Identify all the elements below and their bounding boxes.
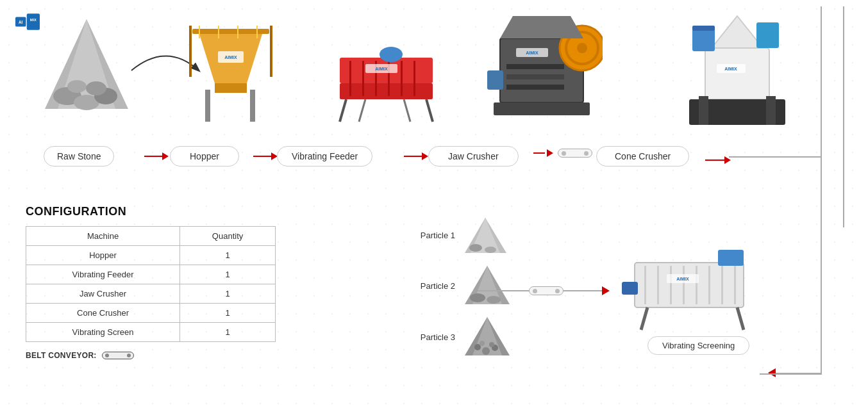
- belt-connector-mid: [529, 286, 563, 295]
- svg-line-90: [737, 307, 744, 330]
- right-vert-line2-bottom: [843, 157, 844, 227]
- flow-node-cone-crusher: Cone Crusher: [596, 146, 689, 167]
- svg-text:AIMIX: AIMIX: [526, 51, 538, 55]
- table-row: Jaw Crusher1: [26, 284, 276, 304]
- svg-text:AI: AI: [19, 20, 23, 24]
- configuration-section: CONFIGURATION Machine Quantity Hopper1Vi…: [26, 205, 295, 360]
- vibrating-feeder-label: Vibrating Feeder: [277, 146, 372, 167]
- particle-to-screen-connector: [478, 286, 610, 295]
- vibrating-screening-label-container: Vibrating Screening: [647, 336, 749, 355]
- hopper-machine: AIMIX: [186, 19, 276, 131]
- svg-point-64: [469, 244, 482, 252]
- table-row: Vibrating Feeder1: [26, 265, 276, 284]
- belt-dot-left: [105, 354, 109, 357]
- svg-rect-82: [683, 266, 685, 304]
- svg-point-69: [487, 296, 501, 304]
- svg-point-75: [480, 341, 485, 346]
- belt-icon: [102, 352, 134, 359]
- svg-line-33: [426, 99, 433, 122]
- jaw-crusher-label: Jaw Crusher: [428, 146, 519, 167]
- svg-point-76: [489, 342, 494, 347]
- table-cell-quantity: 1: [180, 265, 276, 284]
- table-cell-machine: Cone Crusher: [26, 304, 180, 323]
- svg-rect-26: [349, 61, 351, 96]
- vibrating-screening-label: Vibrating Screening: [647, 336, 749, 355]
- svg-rect-14: [189, 26, 192, 77]
- flow-arrow-1: [144, 152, 169, 160]
- particle-3-row: Particle 3: [410, 314, 513, 360]
- svg-line-89: [641, 307, 647, 330]
- svg-rect-47: [506, 85, 564, 90]
- svg-rect-88: [622, 282, 638, 295]
- screen-red-arrow: [768, 368, 776, 377]
- svg-rect-77: [635, 263, 744, 307]
- svg-rect-54: [692, 29, 715, 51]
- svg-rect-17: [218, 26, 219, 38]
- belt-conveyor-note: BELT CONVEYOR:: [26, 351, 295, 360]
- right-flow-exit: [705, 156, 731, 164]
- svg-rect-18: [237, 26, 238, 38]
- svg-rect-51: [494, 102, 590, 115]
- svg-rect-58: [699, 96, 708, 125]
- svg-rect-15: [270, 26, 272, 77]
- table-cell-quantity: 1: [180, 323, 276, 342]
- particle-3-label: Particle 3: [410, 332, 455, 342]
- flow-node-hopper: Hopper: [170, 146, 239, 167]
- svg-rect-84: [708, 266, 710, 304]
- vibrating-screen-machine: AIMIX: [622, 243, 763, 336]
- particle-2-label: Particle 2: [410, 281, 455, 291]
- config-title: CONFIGURATION: [26, 205, 295, 218]
- svg-point-65: [485, 247, 496, 253]
- svg-point-36: [380, 47, 403, 62]
- svg-rect-86: [734, 266, 736, 304]
- svg-point-9: [67, 80, 87, 93]
- particle-2-row: Particle 2: [410, 263, 513, 309]
- svg-marker-53: [712, 16, 763, 48]
- svg-text:AIMIX: AIMIX: [224, 55, 237, 60]
- svg-line-35: [404, 99, 410, 122]
- logo-icon: AI MIX: [15, 12, 40, 32]
- right-vertical-line-top: [821, 6, 822, 159]
- svg-rect-87: [718, 250, 744, 266]
- table-cell-machine: Vibrating Feeder: [26, 265, 180, 284]
- col-header-quantity: Quantity: [180, 227, 276, 246]
- right-vertical-line2-top: [843, 6, 844, 159]
- svg-rect-56: [756, 22, 779, 48]
- table-cell-quantity: 1: [180, 246, 276, 265]
- flow-node-vibrating-feeder: Vibrating Feeder: [277, 146, 372, 167]
- svg-rect-27: [362, 61, 364, 96]
- cone-crusher-machine: AIMIX: [673, 10, 801, 134]
- table-cell-machine: Jaw Crusher: [26, 284, 180, 304]
- hopper-label: Hopper: [170, 146, 239, 167]
- jaw-crusher-machine: AIMIX: [487, 13, 603, 131]
- svg-rect-85: [721, 266, 723, 304]
- particle-2-img: [462, 263, 513, 309]
- svg-text:MIX: MIX: [30, 18, 37, 22]
- top-horizontal-connector: [729, 156, 821, 158]
- flow-node-raw-stone: Raw Stone: [44, 146, 114, 167]
- svg-rect-59: [766, 96, 776, 125]
- table-row: Hopper1: [26, 246, 276, 265]
- svg-rect-48: [487, 70, 503, 90]
- flow-arrow-2: [253, 152, 278, 160]
- raw-stone-label: Raw Stone: [44, 146, 114, 167]
- svg-rect-31: [413, 61, 415, 96]
- svg-line-32: [340, 99, 346, 122]
- svg-rect-52: [705, 48, 769, 99]
- svg-text:AIMIX: AIMIX: [676, 277, 689, 281]
- col-header-machine: Machine: [26, 227, 180, 246]
- particle-1-img: [462, 215, 510, 256]
- svg-point-72: [474, 344, 481, 350]
- particle-1-row: Particle 1: [410, 215, 510, 256]
- svg-rect-30: [401, 61, 403, 96]
- svg-rect-81: [670, 266, 672, 304]
- config-table: Machine Quantity Hopper1Vibrating Feeder…: [26, 226, 276, 342]
- svg-point-43: [577, 43, 587, 53]
- svg-rect-19: [256, 26, 258, 38]
- svg-text:AIMIX: AIMIX: [375, 67, 388, 71]
- svg-rect-79: [644, 266, 646, 304]
- particle-1-label: Particle 1: [410, 231, 455, 240]
- svg-rect-55: [692, 26, 715, 31]
- svg-marker-44: [500, 16, 583, 38]
- svg-point-73: [482, 347, 490, 355]
